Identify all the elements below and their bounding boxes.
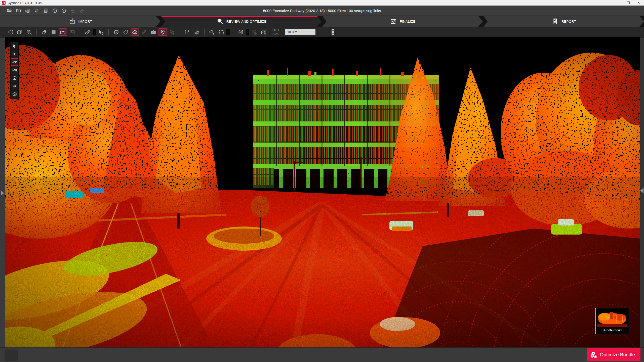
spinner-down-button[interactable] [332,32,334,35]
bundle-cloud-card[interactable]: Bundle Cloud [595,308,629,334]
auto-link-funnel-icon [169,29,175,35]
zoom-fit-icon [26,29,32,35]
maximize-button[interactable] [623,0,633,6]
folder-open-icon [7,8,12,13]
setups-button[interactable] [158,28,167,36]
point-cloud-scene[interactable] [5,37,640,347]
pan-orbit-tool-button[interactable] [11,66,18,74]
select-tool-button[interactable] [11,42,18,50]
qlb-size-spinner [332,29,334,35]
images-button[interactable] [149,28,158,36]
tab-review-and-optimize[interactable]: REVIEW AND OPTIMIZE [161,16,322,27]
left-panel-expander[interactable] [1,190,4,196]
undo-button[interactable] [69,7,76,14]
chain-link-icon [141,29,147,35]
spinner-up-button[interactable] [332,29,334,32]
storage-button[interactable] [42,7,49,14]
workflow-tabs: IMPORT REVIEW AND OPTIMIZE FINALIZE REPO… [0,16,644,27]
tab-finalize[interactable]: FINALIZE [323,16,483,27]
import-icon [68,18,76,25]
toolbar-separator [180,29,180,35]
review-magnifier-icon [216,18,224,25]
zoom-fit-button[interactable] [25,28,33,36]
cyclone-register360-window: Cyclone REGISTER 360 – ✕ 5000 Executive … [0,0,644,362]
optimize-bundle-button[interactable]: Optimize Bundle [587,348,640,361]
toolbar-separator [36,29,37,35]
panorama-icon [60,29,66,35]
color-mode-button[interactable] [40,28,49,36]
view-toolbar: QLB Size: [0,27,644,37]
qlb-size-control [285,29,315,35]
menubar: 5000 Executive Parkway (2020.2.18) : 500… [0,6,644,16]
bundle-cloud-thumbnail [597,309,627,327]
tab-import[interactable]: IMPORT [0,16,160,27]
targets-button[interactable] [112,28,120,36]
redo-button[interactable] [78,7,85,14]
minimize-button[interactable]: – [612,0,623,6]
solid-square-icon [51,29,57,35]
settings-button[interactable] [33,7,40,14]
limit-box-manager-button[interactable] [259,28,268,36]
info-icon [61,8,66,13]
orbit-tool-button[interactable] [11,58,18,66]
turntable-tool-button[interactable] [11,74,18,82]
help-button[interactable] [51,7,58,14]
toolbar-separator [80,29,80,35]
tags-button[interactable] [121,28,130,36]
maximize-icon [627,2,630,4]
about-button[interactable] [60,7,67,14]
gear-icon [34,8,39,13]
links-button[interactable] [140,28,148,36]
cloud-funnel-icon [209,29,215,35]
open-project-button[interactable] [6,7,13,14]
footer-collapsed-panel[interactable] [5,349,18,361]
cascade-views-button[interactable] [15,28,24,36]
panorama-view-button[interactable] [59,28,67,36]
navigation-tool-palette [10,41,19,99]
right-panel-expander[interactable] [640,188,643,193]
cube-icon [12,92,17,97]
tab-report[interactable]: REPORT [484,16,644,27]
pick-point-button[interactable] [97,28,105,36]
measure-dropdown[interactable] [93,29,96,35]
cursor-icon [12,43,17,49]
close-button[interactable]: ✕ [633,0,644,6]
tab-finalize-label: FINALIZE [400,20,415,23]
chevron-down-icon [246,31,249,33]
close-icon: ✕ [637,1,640,5]
limit-box-button[interactable] [236,28,245,36]
cloud-filter-button[interactable] [208,28,216,36]
import-device-button[interactable] [24,7,31,14]
target-icon [113,29,119,35]
scanner-device-icon [25,8,30,13]
view-cube-button[interactable] [11,90,18,98]
marquee-select-button[interactable] [217,28,226,36]
pick-points-tool-button[interactable] [11,50,18,58]
truslicer-button[interactable] [6,28,15,36]
limit-box-icon [238,29,244,35]
tab-review-label: REVIEW AND OPTIMIZE [226,20,267,23]
tab-report-label: REPORT [561,20,576,23]
point-cloud-button[interactable] [131,28,139,36]
limit-box-time-button[interactable] [250,28,258,36]
qlb-size-input[interactable] [285,29,332,35]
finalize-check-icon [390,18,397,25]
orbit-icon [12,60,17,65]
point-cloud-viewport[interactable]: Bundle Cloud [0,37,644,347]
limit-box-m-icon [260,29,266,35]
limit-box-dropdown[interactable] [246,29,249,35]
image-view-button[interactable] [68,28,76,36]
marquee-dropdown[interactable] [226,29,230,35]
auto-link-button[interactable] [168,28,176,36]
fly-tool-button[interactable] [11,82,18,90]
sitemap-button[interactable] [192,28,201,36]
paper-plane-icon [12,84,17,89]
tab-import-label: IMPORT [78,20,92,23]
cascade-windows-icon [17,29,23,35]
database-icon [43,8,48,13]
measure-button[interactable] [83,28,92,36]
cloud-icon [132,29,138,35]
solid-view-button[interactable] [49,28,58,36]
close-project-button[interactable] [15,7,22,14]
add-ucs-button[interactable] [183,28,192,36]
